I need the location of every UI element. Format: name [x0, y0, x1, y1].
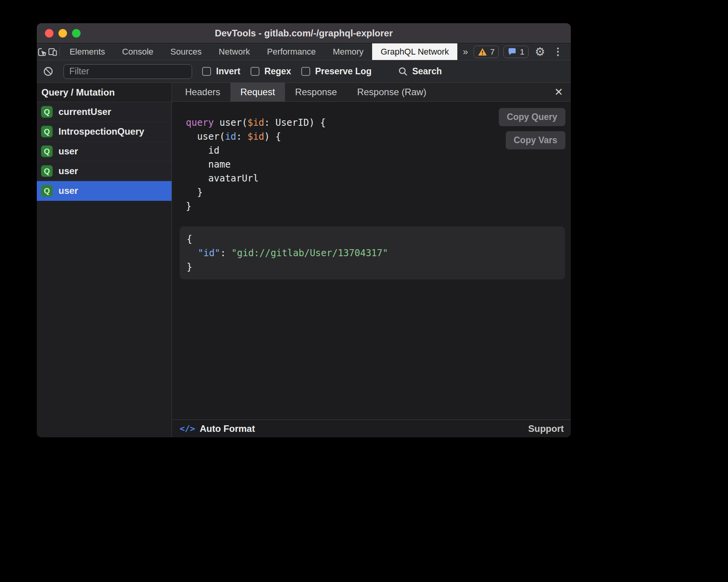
query-type-badge: Q [41, 185, 53, 197]
auto-format-label: Auto Format [200, 423, 255, 434]
code-line: } [186, 199, 565, 213]
main-split: Query / Mutation Q currentUser Q Introsp… [37, 83, 571, 437]
query-type-badge: Q [41, 165, 53, 177]
invert-label: Invert [216, 66, 240, 77]
devtools-window: DevTools - gitlab.com/-/graphql-explorer… [37, 23, 571, 437]
code-line: avatarUrl [186, 171, 565, 185]
devtools-tab-elements[interactable]: Elements [61, 43, 114, 60]
query-type-badge: Q [41, 146, 53, 157]
close-icon[interactable]: ✕ [554, 83, 563, 101]
code-line: name [186, 157, 565, 171]
tab-headers[interactable]: Headers [175, 83, 230, 101]
query-name: user [58, 146, 78, 157]
query-list-header: Query / Mutation [37, 83, 172, 102]
devtools-toolbar-right: 7 1 ⚙ ⋮ [474, 43, 571, 60]
settings-gear-icon[interactable]: ⚙ [533, 45, 547, 58]
warnings-badge[interactable]: 7 [474, 46, 499, 58]
code-brackets-icon: </> [180, 424, 195, 433]
query-list-item[interactable]: Q currentUser [37, 102, 172, 122]
search-icon [398, 66, 408, 77]
code-line: "id": "gid://gitlab/User/13704317" [187, 246, 558, 260]
message-icon [508, 47, 517, 56]
support-link[interactable]: Support [528, 423, 564, 434]
issues-count: 1 [520, 47, 524, 56]
filter-toolbar: Invert Regex Preserve Log Search [37, 60, 571, 83]
inspect-element-icon[interactable] [37, 43, 48, 60]
divider [59, 47, 60, 56]
warning-icon [478, 48, 487, 56]
tab-response-raw[interactable]: Response (Raw) [347, 83, 436, 101]
query-list-item-selected[interactable]: Q user [37, 181, 172, 201]
copy-query-button[interactable]: Copy Query [499, 108, 565, 126]
detail-tab-strip: Headers Request Response Response (Raw) … [172, 83, 571, 102]
preserve-log-checkbox-group[interactable]: Preserve Log [301, 66, 372, 77]
devtools-tab-strip: Elements Console Sources Network Perform… [37, 43, 571, 60]
minimize-window-button[interactable] [58, 29, 67, 38]
query-name: user [58, 166, 78, 176]
devtools-tab-memory[interactable]: Memory [324, 43, 372, 60]
code-line: } [186, 185, 565, 199]
clear-block-icon[interactable] [43, 66, 53, 77]
invert-checkbox[interactable] [202, 67, 211, 76]
query-name: IntrospectionQuery [58, 126, 144, 137]
search-control[interactable]: Search [398, 66, 442, 77]
devtools-tab-graphql-network[interactable]: GraphQL Network [372, 43, 457, 60]
auto-format-button[interactable]: </> Auto Format [180, 423, 255, 434]
copy-vars-button[interactable]: Copy Vars [506, 131, 566, 149]
variables-code: { "id": "gid://gitlab/User/13704317"} [187, 232, 558, 274]
query-type-badge: Q [41, 126, 53, 137]
devtools-tab-network[interactable]: Network [210, 43, 259, 60]
devtools-tab-console[interactable]: Console [113, 43, 162, 60]
devtools-tab-sources[interactable]: Sources [162, 43, 210, 60]
devtools-tab-performance[interactable]: Performance [258, 43, 324, 60]
detail-footer: </> Auto Format Support [172, 419, 571, 437]
code-line: } [187, 260, 558, 274]
preserve-log-checkbox[interactable] [301, 67, 310, 76]
copy-actions: Copy Query Copy Vars [499, 108, 565, 149]
request-detail-panel: Headers Request Response Response (Raw) … [172, 83, 571, 437]
query-list-item[interactable]: Q user [37, 142, 172, 161]
close-window-button[interactable] [45, 29, 53, 38]
window-controls [45, 23, 81, 43]
request-body: Copy Query Copy Vars query user($id: Use… [172, 102, 571, 419]
tab-response[interactable]: Response [285, 83, 347, 101]
filter-input[interactable] [64, 64, 192, 79]
device-toolbar-icon[interactable] [48, 43, 58, 60]
more-tabs-chevron[interactable]: » [457, 43, 473, 60]
regex-checkbox-group[interactable]: Regex [251, 66, 291, 77]
regex-label: Regex [264, 66, 291, 77]
tab-request[interactable]: Request [230, 83, 285, 101]
invert-checkbox-group[interactable]: Invert [202, 66, 240, 77]
maximize-window-button[interactable] [72, 29, 81, 38]
titlebar: DevTools - gitlab.com/-/graphql-explorer [37, 23, 571, 43]
variables-panel: { "id": "gid://gitlab/User/13704317"} [180, 226, 565, 279]
regex-checkbox[interactable] [251, 67, 259, 76]
warnings-count: 7 [490, 47, 495, 56]
search-label: Search [412, 66, 442, 77]
query-list-panel: Query / Mutation Q currentUser Q Introsp… [37, 83, 172, 437]
code-line: { [187, 232, 558, 246]
kebab-menu-icon[interactable]: ⋮ [551, 46, 565, 58]
query-list-item[interactable]: Q IntrospectionQuery [37, 122, 172, 142]
issues-badge[interactable]: 1 [503, 46, 529, 58]
query-name: currentUser [58, 106, 111, 117]
window-title: DevTools - gitlab.com/-/graphql-explorer [215, 28, 393, 39]
query-type-badge: Q [41, 106, 53, 118]
preserve-log-label: Preserve Log [315, 66, 372, 77]
query-list-item[interactable]: Q user [37, 161, 172, 181]
query-name: user [58, 185, 78, 196]
